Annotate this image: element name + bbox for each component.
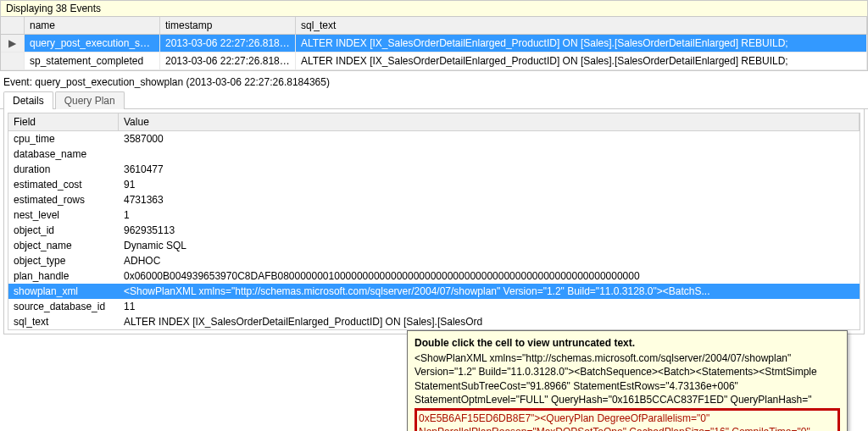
events-col-indicator[interactable] <box>1 17 25 35</box>
details-field-cell[interactable]: object_type <box>8 253 119 268</box>
row-indicator-icon: ▶ <box>1 35 25 52</box>
events-col-sqltext[interactable]: sql_text <box>296 17 867 35</box>
details-grid-header: Field Value <box>8 113 860 131</box>
events-row[interactable]: ▶query_post_execution_showpl...2013-03-0… <box>1 35 867 52</box>
tab-details[interactable]: Details <box>3 91 53 109</box>
details-row[interactable]: database_name <box>8 146 860 162</box>
tab-strip: Details Query Plan <box>0 91 868 109</box>
details-row[interactable]: sql_textALTER INDEX [IX_SalesOrderDetail… <box>8 314 860 329</box>
details-value-cell[interactable]: ALTER INDEX [IX_SalesOrderDetailEnlarged… <box>119 314 860 329</box>
details-field-cell[interactable]: estimated_cost <box>8 177 119 192</box>
details-field-cell[interactable]: cpu_time <box>8 131 119 146</box>
events-grid: name timestamp sql_text ▶query_post_exec… <box>0 17 868 71</box>
details-field-cell[interactable]: plan_handle <box>8 268 119 284</box>
details-row[interactable]: nest_level1 <box>8 207 860 223</box>
details-field-cell[interactable]: object_id <box>8 223 119 238</box>
events-grid-header: name timestamp sql_text <box>1 17 867 35</box>
details-col-value[interactable]: Value <box>119 113 860 130</box>
details-row[interactable]: source_database_id11 <box>8 299 860 314</box>
details-row[interactable]: object_nameDynamic SQL <box>8 238 860 253</box>
details-field-cell[interactable]: duration <box>8 162 119 177</box>
details-value-cell[interactable] <box>119 146 860 162</box>
details-field-cell[interactable]: object_name <box>8 238 119 253</box>
selected-event-label: Event: query_post_execution_showplan (20… <box>0 71 868 91</box>
details-value-cell[interactable]: 4731363 <box>119 192 860 207</box>
details-value-cell[interactable]: <ShowPlanXML xmlns="http://schemas.micro… <box>119 284 860 299</box>
row-indicator-icon <box>1 52 25 69</box>
details-field-cell[interactable]: showplan_xml <box>8 284 119 299</box>
details-grid: Field Value cpu_time3587000database_name… <box>8 113 860 330</box>
details-field-cell[interactable]: source_database_id <box>8 299 119 314</box>
details-row[interactable]: showplan_xml<ShowPlanXML xmlns="http://s… <box>8 284 860 299</box>
details-grid-body: cpu_time3587000database_nameduration3610… <box>8 131 860 329</box>
events-grid-body: ▶query_post_execution_showpl...2013-03-0… <box>1 35 867 70</box>
events-row[interactable]: sp_statement_completed2013-03-06 22:27:2… <box>1 52 867 70</box>
events-col-timestamp[interactable]: timestamp <box>160 17 296 35</box>
details-row[interactable]: duration3610477 <box>8 162 860 177</box>
details-value-cell[interactable]: 3610477 <box>119 162 860 177</box>
details-field-cell[interactable]: nest_level <box>8 207 119 223</box>
details-row[interactable]: cpu_time3587000 <box>8 131 860 146</box>
details-row[interactable]: object_id962935113 <box>8 223 860 238</box>
details-value-cell[interactable]: 11 <box>119 299 860 314</box>
details-panel: Field Value cpu_time3587000database_name… <box>3 109 865 334</box>
details-row[interactable]: object_typeADHOC <box>8 253 860 268</box>
details-value-cell[interactable]: 962935113 <box>119 223 860 238</box>
details-value-cell[interactable]: 1 <box>119 207 860 223</box>
details-value-cell[interactable]: Dynamic SQL <box>119 238 860 253</box>
details-row[interactable]: plan_handle0x06000B004939653970C8DAFB080… <box>8 268 860 284</box>
events-status-bar: Displaying 38 Events <box>0 0 868 17</box>
events-col-name[interactable]: name <box>25 17 160 35</box>
details-field-cell[interactable]: sql_text <box>8 314 119 329</box>
details-field-cell[interactable]: estimated_rows <box>8 192 119 207</box>
tooltip-title: Double click the cell to view untruncate… <box>415 336 840 338</box>
tab-query-plan[interactable]: Query Plan <box>55 91 125 109</box>
details-field-cell[interactable]: database_name <box>8 146 119 162</box>
events-count-label: Displaying 38 Events <box>6 3 101 14</box>
event-name-cell[interactable]: sp_statement_completed <box>25 52 160 69</box>
details-value-cell[interactable]: ADHOC <box>119 253 860 268</box>
details-value-cell[interactable]: 3587000 <box>119 131 860 146</box>
details-row[interactable]: estimated_rows4731363 <box>8 192 860 207</box>
details-col-field[interactable]: Field <box>8 113 119 130</box>
event-sqltext-cell[interactable]: ALTER INDEX [IX_SalesOrderDetailEnlarged… <box>296 35 867 52</box>
details-row[interactable]: estimated_cost91 <box>8 177 860 192</box>
event-timestamp-cell[interactable]: 2013-03-06 22:27:26.8187108 <box>160 52 296 69</box>
details-value-cell[interactable]: 91 <box>119 177 860 192</box>
event-timestamp-cell[interactable]: 2013-03-06 22:27:26.8184365 <box>160 35 296 52</box>
details-value-cell[interactable]: 0x06000B004939653970C8DAFB08000000010000… <box>119 268 860 284</box>
event-name-cell[interactable]: query_post_execution_showpl... <box>25 35 160 52</box>
event-sqltext-cell[interactable]: ALTER INDEX [IX_SalesOrderDetailEnlarged… <box>296 52 867 69</box>
cell-tooltip: Double click the cell to view untruncate… <box>407 330 848 338</box>
